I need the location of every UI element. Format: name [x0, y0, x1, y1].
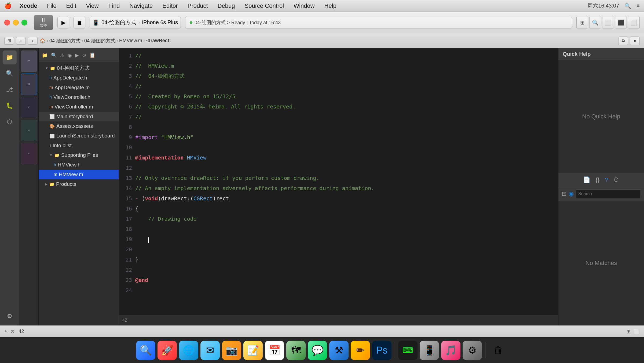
close-button[interactable] — [4, 20, 10, 26]
activity-extensions[interactable]: ⬡ — [3, 115, 17, 129]
bottom-filter-icon[interactable]: ⊙ — [10, 329, 14, 335]
tree-item-products[interactable]: ▶ 📁 Products — [39, 179, 119, 189]
panel-icon-history[interactable]: ⏱ — [613, 176, 619, 183]
file-nav-icon-debug[interactable]: ▶ — [75, 52, 79, 58]
editor-content[interactable]: 123456 789101112 131415161718 1920212223… — [119, 48, 558, 315]
tree-item-viewcontroller-m[interactable]: m ViewController.m — [39, 102, 119, 112]
sim-thumb-3[interactable]: 30 — [21, 97, 37, 118]
menubar-menu-icon[interactable]: ≡ — [636, 3, 640, 9]
stop-button[interactable]: ◼ — [74, 17, 85, 28]
bottom-add-icon[interactable]: + — [4, 329, 7, 334]
breadcrumb-item-2[interactable]: 04-绘图的方式 — [84, 38, 115, 44]
pause-button[interactable]: ⏸ 暂停 — [34, 15, 53, 30]
breadcrumb-item-3[interactable]: HMView.m — [119, 38, 142, 43]
tree-item-assets[interactable]: 🎨 Assets.xcassets — [39, 121, 119, 131]
dock-icon-calendar[interactable]: 📅 — [265, 341, 284, 360]
traffic-lights — [4, 20, 27, 26]
split-editor-button[interactable]: ⧉ — [618, 37, 628, 45]
panel-icon-braces[interactable]: {} — [596, 176, 600, 183]
editor-area[interactable]: 123456 789101112 131415161718 1920212223… — [119, 48, 558, 325]
menu-product[interactable]: Product — [186, 2, 210, 10]
breadcrumb-item-1[interactable]: 04-绘图的方式 — [49, 38, 80, 44]
dock-icon-xcode[interactable]: ⚒ — [329, 341, 349, 360]
related-files-button[interactable]: ● — [630, 37, 640, 45]
tree-item-root-project[interactable]: ▼ 📁 04-检图的方式 — [39, 63, 119, 73]
activity-settings[interactable]: ⚙ — [3, 309, 17, 323]
tree-item-info-plist[interactable]: ℹ Info.plist — [39, 141, 119, 150]
code-editor[interactable]: // // HMView.m // 04-绘图的方式 // // Created… — [135, 50, 558, 313]
tree-item-launch-storyboard[interactable]: ⬜ LaunchScreen.storyboard — [39, 131, 119, 141]
menu-help[interactable]: Help — [323, 2, 338, 10]
file-nav-icon-breakpoint[interactable]: ⊙ — [82, 52, 86, 58]
menu-navigate[interactable]: Navigate — [128, 2, 155, 10]
menu-find[interactable]: Find — [107, 2, 122, 10]
dock-icon-sketch[interactable]: ✏ — [351, 341, 370, 360]
layout-button-2[interactable]: ⬛ — [615, 17, 627, 28]
file-nav-icon-warning[interactable]: ⚠ — [60, 52, 64, 58]
run-button[interactable]: ▶ — [57, 17, 69, 28]
tree-item-viewcontroller-h[interactable]: h ViewController.h — [39, 92, 119, 102]
apple-menu[interactable]: 🍎 — [4, 2, 12, 9]
dock-icon-maps[interactable]: 🗺 — [286, 341, 306, 360]
tree-item-appdelegate-m[interactable]: m AppDelegate.m — [39, 83, 119, 92]
minimize-button[interactable] — [13, 20, 19, 26]
file-nav-icon-test[interactable]: ◉ — [68, 52, 72, 58]
activity-debug[interactable]: 🐛 — [3, 99, 17, 113]
sim-thumb-1[interactable]: 28 — [21, 50, 37, 72]
file-nav-icon-search[interactable]: 🔍 — [51, 52, 57, 58]
activity-git[interactable]: ⎇ — [3, 83, 17, 97]
tree-item-main-storyboard[interactable]: ⬜ Main.storyboard — [39, 112, 119, 121]
menu-editor[interactable]: Editor — [161, 2, 179, 10]
menubar-search-icon[interactable]: 🔍 — [624, 3, 631, 9]
layout-button-3[interactable]: ⬜ — [628, 17, 640, 28]
dock-icon-messages[interactable]: 💬 — [308, 341, 327, 360]
scheme-selector[interactable]: 📱 04-绘图的方式 › iPhone 6s Plus — [90, 17, 181, 28]
nav-panel-toggle[interactable]: ⊞ — [4, 37, 14, 45]
tree-item-hmview-h[interactable]: h HMView.h — [39, 160, 119, 170]
sim-thumb-2[interactable]: 29 — [21, 74, 37, 95]
debug-toggle-button[interactable]: 🔍 — [589, 17, 601, 28]
dock-icon-itunes[interactable]: 🎵 — [441, 341, 460, 360]
bottom-layout-icon[interactable]: ⬜ — [634, 329, 640, 335]
dock-icon-terminal[interactable]: ⌨ — [398, 341, 418, 360]
panel-icon-file[interactable]: 📄 — [583, 176, 590, 183]
dock-icon-photos[interactable]: 📷 — [222, 341, 241, 360]
tree-item-hmview-m[interactable]: m HMView.m — [39, 170, 119, 179]
menu-window[interactable]: Window — [292, 2, 316, 10]
dock-icon-notes[interactable]: 📝 — [243, 341, 263, 360]
breadcrumb-item-4[interactable]: -drawRect: — [146, 38, 171, 43]
dock-icon-ps[interactable]: Ps — [372, 341, 391, 360]
sim-thumb-4[interactable]: 31 — [21, 120, 37, 141]
nav-back-button[interactable]: ‹ — [16, 37, 26, 45]
dock-icon-simulator[interactable]: 📱 — [420, 341, 439, 360]
menu-view[interactable]: View — [84, 2, 100, 10]
file-nav-icon-folder[interactable]: 📁 — [42, 52, 48, 58]
sim-thumb-5[interactable]: 32 — [21, 143, 37, 164]
bottom-grid-icon[interactable]: ⊞ — [627, 329, 631, 335]
panel-icon-quick-help[interactable]: ? — [605, 176, 608, 183]
panel-radio-icon[interactable]: ◉ — [569, 190, 574, 197]
dock-icon-system-prefs[interactable]: ⚙ — [463, 341, 482, 360]
activity-search[interactable]: 🔍 — [3, 67, 17, 81]
menu-debug[interactable]: Debug — [216, 2, 237, 10]
menu-edit[interactable]: Edit — [64, 2, 78, 10]
file-m-icon: m — [49, 85, 53, 90]
dock-icon-finder[interactable]: 🔍 — [136, 341, 155, 360]
panel-grid-icon[interactable]: ⊞ — [562, 190, 566, 197]
layout-button-1[interactable]: ⬜ — [602, 17, 614, 28]
menu-source-control[interactable]: Source Control — [243, 2, 286, 10]
dock-icon-trash[interactable]: 🗑 — [489, 341, 508, 360]
file-nav-icon-report[interactable]: 📋 — [89, 52, 95, 58]
dock-icon-launchpad[interactable]: 🚀 — [158, 341, 177, 360]
dock-icon-mail[interactable]: ✉ — [200, 341, 220, 360]
menu-xcode[interactable]: Xcode — [18, 2, 39, 10]
tree-item-appdelegate-h[interactable]: h AppDelegate.h — [39, 73, 119, 83]
nav-forward-button[interactable]: › — [28, 37, 38, 45]
panel-search-input[interactable] — [576, 190, 641, 198]
zoom-button[interactable] — [21, 20, 27, 26]
dock-icon-safari[interactable]: 🌐 — [179, 341, 198, 360]
activity-files[interactable]: 📁 — [3, 50, 17, 64]
tree-item-supporting-files[interactable]: ▼ 📁 Supporting Files — [39, 150, 119, 160]
menu-file[interactable]: File — [45, 2, 58, 10]
nav-toggle-button[interactable]: ⊞ — [576, 17, 588, 28]
